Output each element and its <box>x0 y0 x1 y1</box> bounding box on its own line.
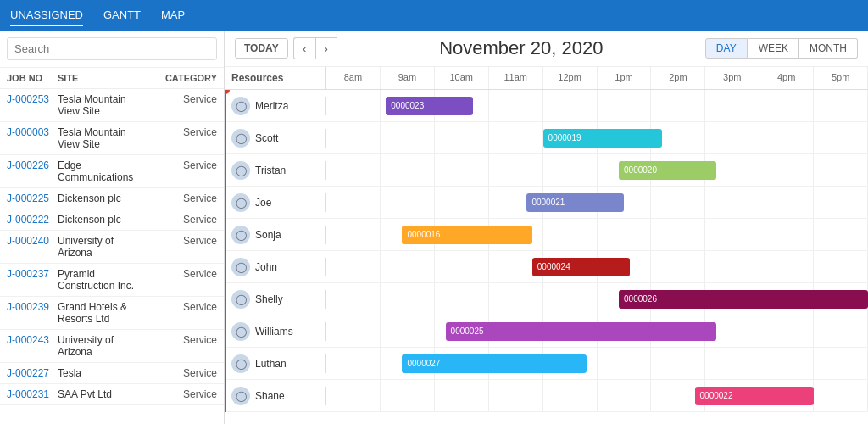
next-arrow[interactable]: › <box>315 37 337 59</box>
category: Service <box>149 214 217 226</box>
gantt-bar-0000025[interactable]: 0000025 <box>446 322 717 341</box>
top-nav: UNASSIGNED GANTT MAP <box>0 0 868 31</box>
resource-cell: ◯ Meritza <box>225 97 326 115</box>
resources-column-header: Resources <box>225 67 326 89</box>
resource-name: John <box>255 261 277 273</box>
sidebar-row[interactable]: J-000253 Tesla Mountain View Site Servic… <box>0 89 224 122</box>
gantt-bar-0000023[interactable]: 0000023 <box>386 97 472 115</box>
sidebar-header: JOB NO SITE CATEGORY <box>0 68 224 89</box>
sidebar-row[interactable]: J-000003 Tesla Mountain View Site Servic… <box>0 122 224 155</box>
view-btn-month[interactable]: MONTH <box>799 38 858 59</box>
sidebar-search-container <box>0 31 224 68</box>
gantt-bar-area: 0000023 <box>326 90 868 121</box>
site: Dickenson plc <box>58 214 149 226</box>
gantt-grid: Resources 8am9am10am11am12pm1pm2pm3pm4pm… <box>225 67 868 424</box>
gantt-row: ◯ Williams 0000025 <box>225 315 868 348</box>
resource-cell: ◯ Sonja <box>225 226 326 244</box>
view-buttons: DAYWEEKMONTH <box>705 38 858 59</box>
sidebar-row[interactable]: J-000231 SAA Pvt Ltd Service <box>0 384 224 405</box>
time-slot-4pm: 4pm <box>760 67 814 89</box>
time-slot-11am: 11am <box>489 67 543 89</box>
gantt-row: ◯ Tristan 0000020 <box>225 154 868 187</box>
site: Tesla Mountain View Site <box>58 93 149 117</box>
category: Service <box>149 367 217 379</box>
col-job-no: JOB NO <box>7 73 58 83</box>
sidebar-row[interactable]: J-000240 University of Arizona Service <box>0 231 224 264</box>
site: Pyramid Construction Inc. <box>58 268 149 292</box>
resource-name: Joe <box>255 197 271 209</box>
time-slot-5pm: 5pm <box>814 67 868 89</box>
job-no: J-000239 <box>7 301 58 325</box>
sidebar: JOB NO SITE CATEGORY J-000253 Tesla Moun… <box>0 31 225 424</box>
search-input[interactable] <box>7 37 217 60</box>
today-button[interactable]: TODAY <box>235 38 288 59</box>
site: Grand Hotels & Resorts Ltd <box>58 301 149 325</box>
nav-tab-map[interactable]: MAP <box>161 5 185 26</box>
gantt-bar-0000016[interactable]: 0000016 <box>402 226 531 244</box>
sidebar-row[interactable]: J-000225 Dickenson plc Service <box>0 188 224 209</box>
gantt-row: ◯ John 0000024 <box>225 251 868 283</box>
resource-name: Sonja <box>255 229 281 241</box>
gantt-row: ◯ Joe 0000021 <box>225 187 868 219</box>
sidebar-row[interactable]: J-000243 University of Arizona Service <box>0 330 224 363</box>
resource-cell: ◯ Luthan <box>225 354 326 373</box>
gantt-bar-area: 0000016 <box>326 219 868 250</box>
resource-name: Scott <box>255 132 278 144</box>
gantt-row: ◯ Scott 0000019 <box>225 122 868 154</box>
site: University of Arizona <box>58 334 149 358</box>
gantt-bar-0000027[interactable]: 0000027 <box>402 354 586 373</box>
sidebar-row[interactable]: J-000239 Grand Hotels & Resorts Ltd Serv… <box>0 297 224 330</box>
sidebar-row[interactable]: J-000226 Edge Communications Service <box>0 155 224 188</box>
view-btn-week[interactable]: WEEK <box>748 38 799 59</box>
view-btn-day[interactable]: DAY <box>705 38 748 59</box>
resource-cell: ◯ Williams <box>225 322 326 341</box>
gantt-bar-0000024[interactable]: 0000024 <box>532 258 630 276</box>
job-no: J-000226 <box>7 159 58 183</box>
gantt-bar-0000026[interactable]: 0000026 <box>619 290 868 309</box>
category: Service <box>149 388 217 400</box>
sidebar-row[interactable]: J-000227 Tesla Service <box>0 363 224 384</box>
prev-arrow[interactable]: ‹ <box>293 37 315 59</box>
resource-cell: ◯ Joe <box>225 193 326 212</box>
resource-name: Luthan <box>255 358 287 370</box>
avatar: ◯ <box>231 97 250 115</box>
gantt-row: ◯ Luthan 0000027 <box>225 348 868 380</box>
avatar: ◯ <box>231 226 250 244</box>
gantt-bar-0000022[interactable]: 0000022 <box>695 387 815 405</box>
job-no: J-000225 <box>7 192 58 204</box>
gantt-bar-0000019[interactable]: 0000019 <box>543 129 663 148</box>
sidebar-row[interactable]: J-000237 Pyramid Construction Inc. Servi… <box>0 264 224 297</box>
category: Service <box>149 159 217 183</box>
gantt-time-header: Resources 8am9am10am11am12pm1pm2pm3pm4pm… <box>225 67 868 90</box>
sidebar-rows: J-000253 Tesla Mountain View Site Servic… <box>0 89 224 424</box>
grid-lines <box>326 154 868 186</box>
gantt-main: TODAY ‹ › November 20, 2020 DAYWEEKMONTH… <box>225 31 868 424</box>
resource-name: Shelly <box>255 293 283 305</box>
site: University of Arizona <box>58 235 149 259</box>
category: Service <box>149 235 217 259</box>
gantt-bar-0000021[interactable]: 0000021 <box>526 193 624 212</box>
avatar: ◯ <box>231 258 250 276</box>
category: Service <box>149 192 217 204</box>
resource-cell: ◯ Shelly <box>225 290 326 309</box>
gantt-bar-area: 0000021 <box>326 187 868 218</box>
time-slot-8am: 8am <box>326 67 381 89</box>
gantt-bar-area: 0000026 <box>326 283 868 315</box>
gantt-bar-0000020[interactable]: 0000020 <box>619 161 716 180</box>
avatar: ◯ <box>231 290 250 309</box>
nav-tab-unassigned[interactable]: UNASSIGNED <box>10 5 83 26</box>
job-no: J-000003 <box>7 126 58 150</box>
gantt-rows: ◯ Meritza 0000023 ◯ Scott 0000019 ◯ Tris… <box>225 90 868 412</box>
sidebar-row[interactable]: J-000222 Dickenson plc Service <box>0 209 224 231</box>
category: Service <box>149 334 217 358</box>
current-time-line <box>225 90 226 412</box>
avatar: ◯ <box>231 387 250 405</box>
category: Service <box>149 301 217 325</box>
gantt-row: ◯ Shane 0000022 <box>225 380 868 412</box>
nav-tab-gantt[interactable]: GANTT <box>103 5 141 26</box>
gantt-bar-area: 0000020 <box>326 154 868 186</box>
resource-cell: ◯ John <box>225 258 326 276</box>
gantt-bar-area: 0000027 <box>326 348 868 379</box>
site: Dickenson plc <box>58 192 149 204</box>
job-no: J-000243 <box>7 334 58 358</box>
